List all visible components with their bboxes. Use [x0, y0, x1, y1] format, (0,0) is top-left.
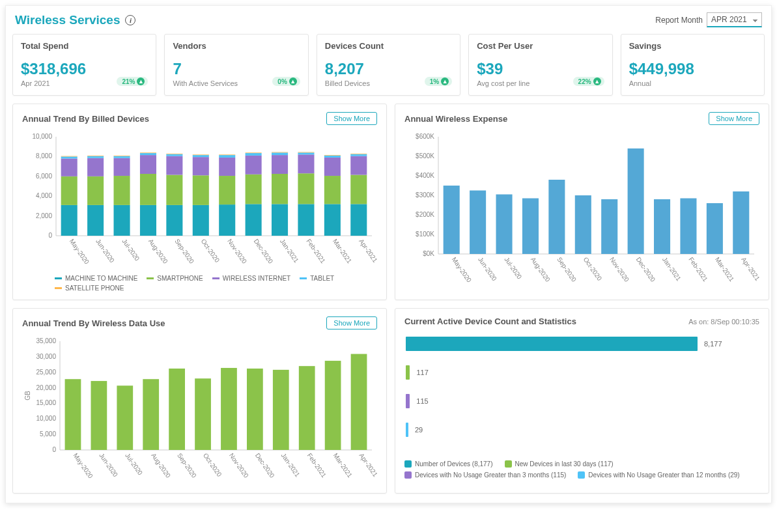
- svg-text:$500K: $500K: [416, 152, 434, 160]
- kpi-change-pill: 0%▲: [272, 77, 300, 86]
- svg-text:Oct-2020: Oct-2020: [202, 452, 223, 478]
- kpi-sub: Annual: [629, 79, 756, 87]
- svg-text:Apr-2021: Apr-2021: [358, 452, 377, 478]
- bar-segment: [246, 152, 262, 153]
- bar: [496, 195, 513, 255]
- bar-segment: [193, 154, 209, 155]
- bar-segment: [219, 154, 235, 155]
- svg-text:Apr-2021: Apr-2021: [740, 256, 759, 282]
- kpi-title: Vendors: [173, 41, 300, 51]
- svg-text:2,000: 2,000: [36, 212, 52, 219]
- svg-text:15,000: 15,000: [36, 399, 56, 406]
- bar-segment: [272, 204, 288, 236]
- info-icon[interactable]: i: [125, 15, 135, 25]
- svg-text:30,000: 30,000: [36, 353, 56, 360]
- svg-text:$100K: $100K: [416, 231, 434, 238]
- wireless_expense-chart: $0K$100K$200K$300K$400K$500K$600KMay-202…: [404, 132, 759, 287]
- bar-segment: [272, 174, 288, 204]
- bar: [117, 385, 133, 450]
- kpi-card: Savings $449,998 Annual: [621, 34, 765, 96]
- bar-segment: [140, 155, 156, 174]
- hbar-row: 29: [406, 423, 758, 437]
- svg-text:May-2020: May-2020: [451, 256, 473, 284]
- bar-segment: [166, 154, 182, 154]
- legend-item: SATELLITE PHONE: [55, 285, 124, 292]
- hbar: [406, 423, 408, 437]
- svg-text:Aug-2020: Aug-2020: [150, 452, 172, 479]
- bar-segment: [193, 155, 209, 157]
- bar: [654, 199, 670, 254]
- chart-title: Current Active Device Count and Statisti…: [404, 316, 576, 326]
- bar-segment: [114, 156, 130, 156]
- bar-segment: [219, 155, 235, 158]
- svg-text:Mar-2021: Mar-2021: [714, 256, 736, 283]
- bar-segment: [193, 175, 209, 205]
- bar-segment: [350, 154, 367, 154]
- billed_devices-chart: 02,0004,0006,0008,00010,000May-2020Jun-2…: [22, 132, 377, 268]
- svg-text:Mar-2021: Mar-2021: [332, 238, 354, 265]
- bar-segment: [324, 204, 341, 236]
- kpi-card: Vendors 7 With Active Services 0%▲: [164, 34, 308, 96]
- legend-item: Devices with No Usage Greater than 3 mon…: [404, 471, 566, 479]
- bar-segment: [324, 176, 341, 204]
- legend-item: Number of Devices (8,177): [404, 460, 493, 468]
- hbar-row: 117: [406, 365, 758, 380]
- bar-segment: [219, 158, 235, 176]
- bar-segment: [87, 176, 104, 205]
- hbar: [406, 394, 410, 408]
- bar-segment: [298, 152, 314, 153]
- bar: [628, 148, 644, 254]
- chart-title: Annual Wireless Expense: [404, 114, 507, 124]
- bar-segment: [61, 176, 78, 205]
- bar: [273, 370, 289, 450]
- bar: [575, 195, 591, 254]
- svg-text:8,000: 8,000: [36, 152, 52, 160]
- bar-segment: [140, 174, 156, 205]
- show-more-button[interactable]: Show More: [326, 112, 377, 125]
- hbar-value: 8,177: [704, 340, 722, 348]
- bar-segment: [114, 176, 130, 205]
- bar-segment: [246, 156, 262, 175]
- bar-segment: [87, 205, 104, 236]
- bar-segment: [298, 154, 314, 173]
- show-more-button[interactable]: Show More: [709, 112, 759, 125]
- bar-segment: [61, 205, 78, 236]
- legend-item: MACHINE TO MACHINE: [55, 275, 137, 282]
- bar: [195, 378, 211, 450]
- card-wireless-expense: Annual Wireless ExpenseShow More $0K$100…: [395, 104, 769, 300]
- legend-item: SMARTPHONE: [147, 275, 203, 282]
- svg-text:Dec-2020: Dec-2020: [254, 452, 276, 479]
- svg-text:20,000: 20,000: [36, 384, 56, 391]
- bar-segment: [350, 175, 367, 204]
- arrow-up-icon: ▲: [289, 77, 297, 85]
- svg-text:10,000: 10,000: [36, 415, 56, 422]
- svg-text:Nov-2020: Nov-2020: [228, 452, 250, 479]
- bar: [247, 369, 263, 450]
- arrow-up-icon: ▲: [441, 77, 449, 85]
- bar-segment: [166, 205, 182, 236]
- svg-text:May-2020: May-2020: [72, 452, 94, 480]
- chart-title: Annual Trend By Wireless Data Use: [22, 318, 165, 328]
- kpi-value: $318,696: [21, 60, 148, 78]
- kpi-change-pill: 1%▲: [425, 77, 452, 86]
- svg-text:$600K: $600K: [416, 133, 434, 140]
- bar-segment: [166, 154, 182, 156]
- kpi-change-pill: 22%▲: [573, 77, 604, 86]
- hbar: [406, 337, 698, 351]
- kpi-card: Devices Count 8,207 Billed Devices 1%▲: [317, 34, 460, 96]
- svg-text:25,000: 25,000: [36, 369, 56, 376]
- bar-segment: [324, 155, 341, 156]
- svg-text:May-2020: May-2020: [68, 238, 91, 266]
- show-more-button[interactable]: Show More: [326, 316, 377, 329]
- report-month-select[interactable]: APR 2021: [707, 12, 762, 27]
- svg-text:35,000: 35,000: [36, 337, 56, 344]
- as-on-label: As on: 8/Sep 00:10:35: [688, 318, 759, 326]
- hbar-value: 115: [416, 397, 428, 405]
- svg-text:Jun-2020: Jun-2020: [477, 256, 498, 283]
- svg-text:Jul-2020: Jul-2020: [124, 452, 144, 477]
- bar-segment: [140, 152, 156, 153]
- bar: [522, 199, 539, 255]
- bar: [299, 366, 315, 450]
- arrow-up-icon: ▲: [137, 77, 145, 85]
- bar-segment: [87, 158, 104, 176]
